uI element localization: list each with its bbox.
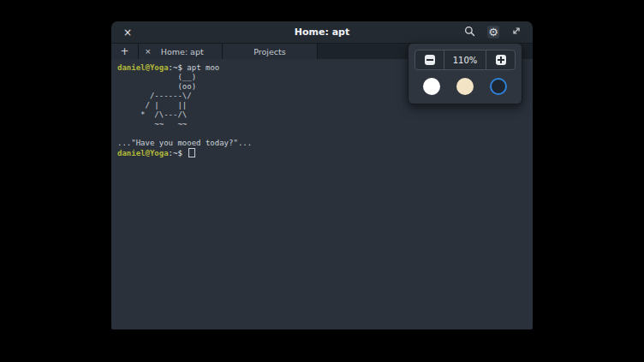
prompt-path: :~$ (169, 63, 182, 72)
terminal-cursor (188, 148, 195, 157)
zoom-out-icon (425, 55, 435, 65)
titlebar: × Home: apt ⚙ (111, 21, 533, 44)
new-tab-button[interactable]: + (111, 44, 139, 59)
window-close-button[interactable]: × (120, 26, 135, 39)
zoom-level: 110% (444, 50, 486, 69)
settings-popup: 110% (408, 43, 522, 104)
titlebar-actions: ⚙ (463, 25, 522, 40)
theme-dark-swatch[interactable] (490, 78, 507, 95)
theme-selector (414, 70, 516, 98)
prompt-line: daniel@Yoga:~$ (117, 148, 527, 158)
zoom-in-button[interactable] (486, 50, 515, 69)
gear-icon: ⚙ (488, 27, 498, 38)
theme-sepia-swatch[interactable] (456, 78, 474, 95)
zoom-controls: 110% (414, 50, 516, 70)
prompt-user-host: daniel@Yoga (117, 63, 169, 72)
search-button[interactable] (463, 25, 476, 40)
tab-projects[interactable]: Projects (223, 44, 318, 59)
prompt-user-host: daniel@Yoga (117, 149, 169, 157)
zoom-in-icon (496, 55, 506, 65)
prompt-path: :~$ (169, 149, 188, 157)
search-icon (464, 26, 475, 39)
fullscreen-button[interactable] (510, 25, 522, 39)
tab-close-icon[interactable]: × (145, 47, 152, 56)
tab-label: Home: apt (157, 47, 222, 56)
tab-label: Projects (253, 47, 285, 56)
command-text: apt moo (182, 63, 219, 72)
settings-button[interactable]: ⚙ (487, 26, 499, 39)
moo-message: ..."Have you mooed today?"... (117, 139, 527, 148)
theme-light-swatch[interactable] (423, 78, 440, 95)
expand-arrows-icon (511, 26, 522, 39)
tab-home-apt[interactable]: × Home: apt (139, 44, 223, 59)
zoom-out-button[interactable] (415, 50, 444, 69)
